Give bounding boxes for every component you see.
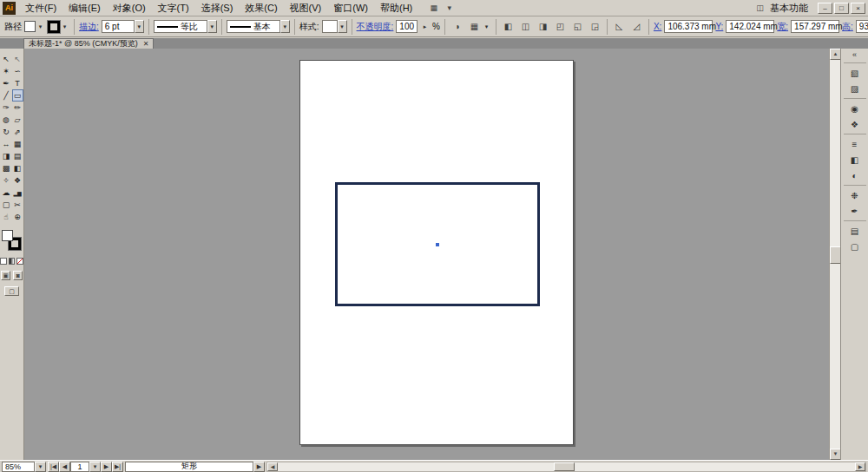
brush-definition-dropdown[interactable]: 基本 ▾ bbox=[227, 20, 290, 33]
menu-type[interactable]: 文字(T) bbox=[152, 0, 195, 16]
brushes-panel-icon[interactable]: ✒ bbox=[845, 204, 865, 218]
menu-effect[interactable]: 效果(C) bbox=[239, 0, 283, 16]
menu-help[interactable]: 帮助(H) bbox=[374, 0, 418, 16]
selection-tool[interactable]: ↖ bbox=[1, 53, 12, 65]
blend-tool[interactable]: ❖ bbox=[12, 174, 23, 187]
screen-mode-button[interactable]: ▢ bbox=[4, 286, 19, 296]
transparency-panel-icon[interactable]: ◐ bbox=[845, 168, 865, 182]
menu-file[interactable]: 文件(F) bbox=[19, 0, 62, 16]
type-tool[interactable]: T bbox=[12, 77, 23, 89]
chevron-down-icon[interactable]: ▾ bbox=[135, 20, 144, 33]
width-profile-dropdown[interactable]: 等比 ▾ bbox=[154, 20, 217, 33]
opacity-slider-icon[interactable]: ▸ bbox=[420, 20, 430, 33]
zoom-value[interactable]: 85% bbox=[2, 462, 35, 472]
rotate-tool[interactable]: ↻ bbox=[1, 126, 12, 138]
close-button[interactable]: × bbox=[851, 3, 865, 14]
layers-panel-icon[interactable]: ▤ bbox=[845, 224, 865, 238]
lasso-tool[interactable]: ∽ bbox=[12, 65, 23, 77]
artboard-number-field[interactable]: 1 bbox=[70, 462, 89, 472]
restore-button[interactable]: □ bbox=[834, 3, 849, 14]
chevron-down-icon[interactable]: ▾ bbox=[280, 20, 290, 33]
width-label[interactable]: 宽: bbox=[777, 21, 788, 33]
document-tab[interactable]: 未标题-1* @ 85% (CMYK/预览) ✕ bbox=[23, 38, 154, 49]
scroll-right-icon[interactable]: ▶ bbox=[855, 462, 865, 471]
transform-more-icon[interactable]: ◿ bbox=[629, 20, 644, 34]
tab-close-icon[interactable]: ✕ bbox=[143, 41, 149, 48]
slice-tool[interactable]: ✂ bbox=[12, 199, 23, 211]
distribute-left-icon[interactable]: ◰ bbox=[553, 20, 568, 34]
stroke-weight-value[interactable]: 6 pt bbox=[102, 20, 135, 33]
distribute-right-icon[interactable]: ◲ bbox=[588, 20, 602, 34]
style-dropdown[interactable]: ▾ bbox=[322, 20, 347, 33]
expand-panels-icon[interactable]: « bbox=[852, 50, 857, 61]
scroll-left-icon[interactable]: ◀ bbox=[267, 462, 278, 471]
arrange-documents-dropdown-icon[interactable]: ▾ bbox=[443, 2, 456, 15]
horizontal-scrollbar[interactable]: ◀ ▶ bbox=[266, 462, 866, 472]
eraser-tool[interactable]: ▱ bbox=[12, 114, 23, 126]
horizontal-scroll-thumb[interactable] bbox=[554, 462, 575, 471]
stroke-color-dropdown[interactable]: ▾ bbox=[48, 20, 69, 33]
symbols-panel-icon[interactable]: ❉ bbox=[845, 188, 865, 202]
hand-tool[interactable]: ☝ bbox=[1, 211, 12, 223]
distribute-center-icon[interactable]: ◱ bbox=[570, 20, 585, 34]
x-label[interactable]: X: bbox=[654, 22, 661, 31]
none-button[interactable] bbox=[16, 258, 23, 265]
height-label[interactable]: 高: bbox=[842, 21, 853, 33]
magic-wand-tool[interactable]: ✶ bbox=[1, 65, 12, 77]
first-artboard-button[interactable]: |◀ bbox=[48, 462, 59, 472]
chevron-down-icon[interactable]: ▾ bbox=[207, 20, 217, 33]
chevron-down-icon[interactable]: ▾ bbox=[89, 462, 101, 472]
gradient-panel-icon[interactable]: ◧ bbox=[845, 153, 865, 167]
perspective-grid-tool[interactable]: ▤ bbox=[12, 150, 23, 162]
direct-selection-tool[interactable]: ↖ bbox=[12, 53, 23, 65]
y-label[interactable]: Y: bbox=[715, 22, 723, 31]
status-flyout-icon[interactable]: ▶ bbox=[253, 462, 265, 472]
rectangle-tool[interactable]: ▭ bbox=[12, 89, 23, 102]
transform-icon[interactable]: ◺ bbox=[612, 20, 627, 34]
width-field[interactable]: 157.297 mm bbox=[791, 20, 839, 33]
width-tool[interactable]: ↔ bbox=[1, 138, 12, 150]
color-guide-panel-icon[interactable]: ▨ bbox=[845, 82, 865, 95]
chevron-down-icon[interactable]: ▾ bbox=[35, 462, 46, 472]
scale-tool[interactable]: ⇗ bbox=[12, 126, 23, 138]
previous-artboard-button[interactable]: ◀ bbox=[59, 462, 70, 472]
stroke-weight-label[interactable]: 描边: bbox=[79, 21, 99, 33]
appearance-panel-icon[interactable]: ◉ bbox=[845, 102, 865, 115]
pen-tool[interactable]: ✒ bbox=[1, 77, 12, 89]
stroke-panel-icon[interactable]: ≡ bbox=[845, 137, 865, 151]
fill-swatch[interactable] bbox=[2, 230, 13, 241]
shape-builder-tool[interactable]: ◨ bbox=[1, 150, 12, 162]
graphic-styles-panel-icon[interactable]: ❖ bbox=[845, 117, 865, 131]
zoom-control[interactable]: 85% ▾ bbox=[2, 462, 46, 472]
arrange-documents-icon[interactable]: ▦ bbox=[427, 2, 440, 15]
artboards-panel-icon[interactable]: ▢ bbox=[845, 239, 865, 253]
height-field[interactable]: 93.797 mm bbox=[856, 20, 868, 33]
zoom-tool[interactable]: ⊕ bbox=[12, 211, 23, 223]
draw-behind-mode-button[interactable]: ◙ bbox=[13, 271, 23, 280]
canvas-area[interactable] bbox=[24, 49, 829, 460]
symbol-sprayer-tool[interactable]: ☁ bbox=[1, 187, 12, 199]
isolate-dropdown[interactable]: ▦ ▾ bbox=[467, 20, 491, 34]
last-artboard-button[interactable]: ▶| bbox=[112, 462, 123, 472]
color-panel-icon[interactable]: ▧ bbox=[845, 66, 865, 80]
paintbrush-tool[interactable]: ✑ bbox=[1, 102, 12, 114]
chevron-down-icon[interactable]: ▾ bbox=[338, 20, 347, 33]
opacity-field[interactable]: 100 bbox=[396, 20, 418, 33]
align-right-icon[interactable]: ◨ bbox=[536, 20, 550, 34]
workspace-switcher[interactable]: ◫ 基本功能 bbox=[748, 1, 813, 15]
gradient-tool[interactable]: ◧ bbox=[12, 162, 23, 174]
vertical-scrollbar[interactable]: ▲ ▼ bbox=[829, 49, 840, 460]
menu-edit[interactable]: 编辑(E) bbox=[62, 0, 107, 16]
artboard-tool[interactable]: ▢ bbox=[1, 199, 12, 211]
minimize-button[interactable]: – bbox=[818, 3, 832, 14]
blob-brush-tool[interactable]: ◍ bbox=[1, 114, 12, 126]
gradient-button[interactable] bbox=[9, 258, 16, 265]
stroke-weight-dropdown[interactable]: 6 pt ▾ bbox=[102, 20, 144, 33]
menu-select[interactable]: 选择(S) bbox=[195, 0, 240, 16]
menu-view[interactable]: 视图(V) bbox=[284, 0, 328, 16]
color-button[interactable] bbox=[0, 258, 7, 265]
x-field[interactable]: 106.373 mm bbox=[664, 20, 713, 33]
fill-color-dropdown[interactable]: ▾ bbox=[24, 20, 45, 33]
menu-window[interactable]: 窗口(W) bbox=[327, 0, 374, 16]
line-segment-tool[interactable]: ╱ bbox=[1, 89, 12, 102]
